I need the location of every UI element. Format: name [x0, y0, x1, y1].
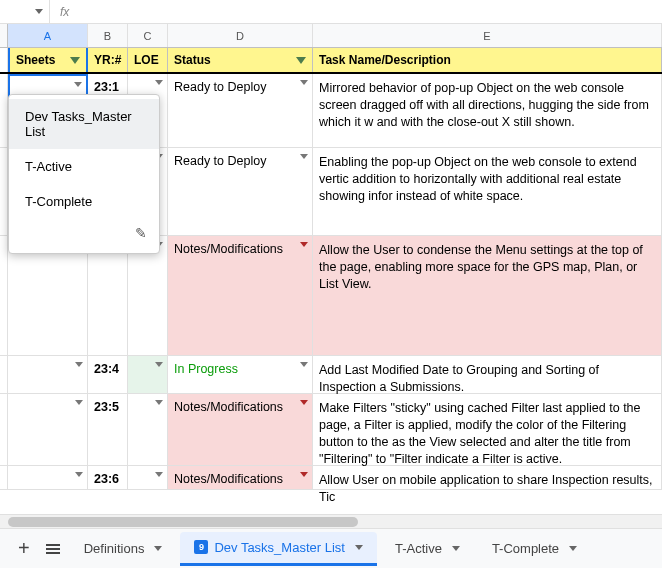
col-header-C[interactable]: C: [128, 24, 168, 47]
all-sheets-button[interactable]: [38, 534, 68, 564]
dropdown-arrow-icon[interactable]: [155, 472, 163, 477]
data-validation-dropdown[interactable]: Dev Tasks_Master List T-Active T-Complet…: [8, 94, 160, 254]
filter-icon[interactable]: [70, 57, 80, 64]
dropdown-arrow-icon[interactable]: [155, 362, 163, 367]
header-task[interactable]: Task Name/Description: [313, 48, 662, 72]
scrollbar-thumb[interactable]: [8, 517, 358, 527]
comment-count-badge: 9: [194, 540, 208, 554]
cell-A[interactable]: [8, 394, 88, 465]
sheet-tab-t-complete[interactable]: T-Complete: [478, 533, 591, 564]
cell-status[interactable]: Notes/Modifications: [168, 394, 313, 465]
cell-B[interactable]: 23:6: [88, 466, 128, 489]
dropdown-item[interactable]: T-Complete: [9, 184, 159, 219]
col-header-B[interactable]: B: [88, 24, 128, 47]
col-header-D[interactable]: D: [168, 24, 313, 47]
cell-status[interactable]: Notes/Modifications: [168, 236, 313, 355]
dropdown-arrow-icon[interactable]: [300, 362, 308, 367]
filter-icon[interactable]: [296, 57, 306, 64]
dropdown-arrow-icon[interactable]: [300, 154, 308, 159]
cell-desc[interactable]: Enabling the pop-up Object on the web co…: [313, 148, 662, 235]
horizontal-scrollbar[interactable]: [0, 514, 662, 528]
cell-desc[interactable]: Make Filters "sticky" using cached Filte…: [313, 394, 662, 465]
header-loe[interactable]: LOE: [128, 48, 168, 72]
cell-status[interactable]: Ready to Deploy: [168, 148, 313, 235]
cell-desc[interactable]: Add Last Modified Date to Grouping and S…: [313, 356, 662, 393]
cell-desc[interactable]: Allow the User to condense the Menu sett…: [313, 236, 662, 355]
dropdown-arrow-icon[interactable]: [300, 472, 308, 477]
sheet-tab-bar: + Definitions 9 Dev Tasks_Master List T-…: [0, 528, 662, 568]
chevron-down-icon[interactable]: [154, 546, 162, 551]
cell-C[interactable]: [128, 466, 168, 489]
chevron-down-icon[interactable]: [569, 546, 577, 551]
fx-label: fx: [50, 5, 79, 19]
cell-desc[interactable]: Allow User on mobile application to shar…: [313, 466, 662, 489]
dropdown-arrow-icon[interactable]: [300, 400, 308, 405]
cell-status[interactable]: In Progress: [168, 356, 313, 393]
sheet-tab-t-active[interactable]: T-Active: [381, 533, 474, 564]
chevron-down-icon[interactable]: [452, 546, 460, 551]
col-header-A[interactable]: A: [8, 24, 88, 47]
dropdown-edit-button[interactable]: ✎: [9, 219, 159, 247]
cell-status[interactable]: Ready to Deploy: [168, 74, 313, 147]
pencil-icon: ✎: [135, 225, 147, 241]
cell-B[interactable]: 23:4: [88, 356, 128, 393]
name-box[interactable]: [0, 0, 50, 23]
dropdown-arrow-icon[interactable]: [75, 400, 83, 405]
chevron-down-icon[interactable]: [355, 545, 363, 550]
dropdown-arrow-icon[interactable]: [75, 362, 83, 367]
dropdown-item[interactable]: T-Active: [9, 149, 159, 184]
sheet-tab-dev-tasks[interactable]: 9 Dev Tasks_Master List: [180, 532, 377, 566]
header-yr[interactable]: YR:#: [88, 48, 128, 72]
header-status[interactable]: Status: [168, 48, 313, 72]
dropdown-arrow-icon[interactable]: [300, 80, 308, 85]
cell-A[interactable]: [8, 466, 88, 489]
sheet-tab-definitions[interactable]: Definitions: [70, 533, 177, 564]
col-header-E[interactable]: E: [313, 24, 662, 47]
select-all-corner[interactable]: [0, 24, 8, 47]
dropdown-arrow-icon[interactable]: [155, 80, 163, 85]
dropdown-item[interactable]: Dev Tasks_Master List: [9, 99, 159, 149]
cell-C[interactable]: [128, 356, 168, 393]
dropdown-arrow-icon[interactable]: [74, 82, 82, 87]
cell-status[interactable]: Notes/Modifications: [168, 466, 313, 489]
chevron-down-icon: [35, 9, 43, 14]
dropdown-arrow-icon[interactable]: [300, 242, 308, 247]
add-sheet-button[interactable]: +: [10, 529, 38, 568]
dropdown-arrow-icon[interactable]: [75, 472, 83, 477]
cell-C[interactable]: [128, 394, 168, 465]
cell-B[interactable]: 23:5: [88, 394, 128, 465]
cell-desc[interactable]: Mirrored behavior of pop-up Object on th…: [313, 74, 662, 147]
cell-A[interactable]: [8, 356, 88, 393]
header-sheets[interactable]: Sheets: [8, 48, 88, 72]
dropdown-arrow-icon[interactable]: [155, 400, 163, 405]
